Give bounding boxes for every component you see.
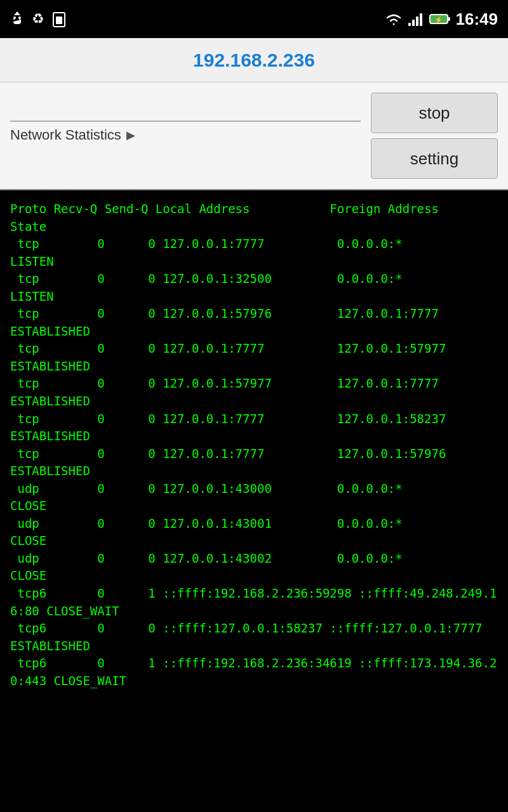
battery-icon: ⚡ <box>429 12 451 26</box>
svg-rect-7 <box>420 13 422 26</box>
right-controls: stop setting <box>371 93 498 179</box>
ip-address: 192.168.2.236 <box>193 49 315 71</box>
signal-icon <box>408 11 424 27</box>
chevron-right-icon: ▶ <box>126 128 135 142</box>
svg-rect-5 <box>412 20 415 26</box>
svg-text:⚡: ⚡ <box>434 15 443 24</box>
status-time: 16:49 <box>456 10 498 29</box>
usb-icon <box>10 10 24 28</box>
svg-rect-9 <box>448 17 450 21</box>
setting-button[interactable]: setting <box>371 138 498 179</box>
wifi-icon <box>385 11 403 27</box>
recycle-icon: ♻ <box>32 11 44 27</box>
dropdown-label: Network Statistics <box>10 127 121 143</box>
ip-bar: 192.168.2.236 <box>0 38 508 82</box>
search-input[interactable] <box>10 93 361 122</box>
status-icons-right: ⚡ 16:49 <box>385 10 498 29</box>
dropdown-row[interactable]: Network Statistics ▶ <box>10 127 361 143</box>
terminal-content: Proto Recv-Q Send-Q Local Address Foreig… <box>10 200 498 690</box>
svg-point-1 <box>18 16 21 19</box>
controls-area: Network Statistics ▶ stop setting <box>0 82 508 190</box>
status-bar: ♻ ⚡ 16:49 <box>0 0 508 38</box>
stop-button[interactable]: stop <box>371 93 498 133</box>
status-icons-left: ♻ <box>10 10 66 28</box>
left-controls: Network Statistics ▶ <box>10 93 361 179</box>
svg-point-0 <box>13 16 16 19</box>
sim-icon <box>52 10 66 28</box>
svg-rect-3 <box>56 16 62 24</box>
svg-rect-4 <box>408 23 411 26</box>
terminal-area: Proto Recv-Q Send-Q Local Address Foreig… <box>0 190 508 700</box>
svg-rect-6 <box>416 16 418 26</box>
